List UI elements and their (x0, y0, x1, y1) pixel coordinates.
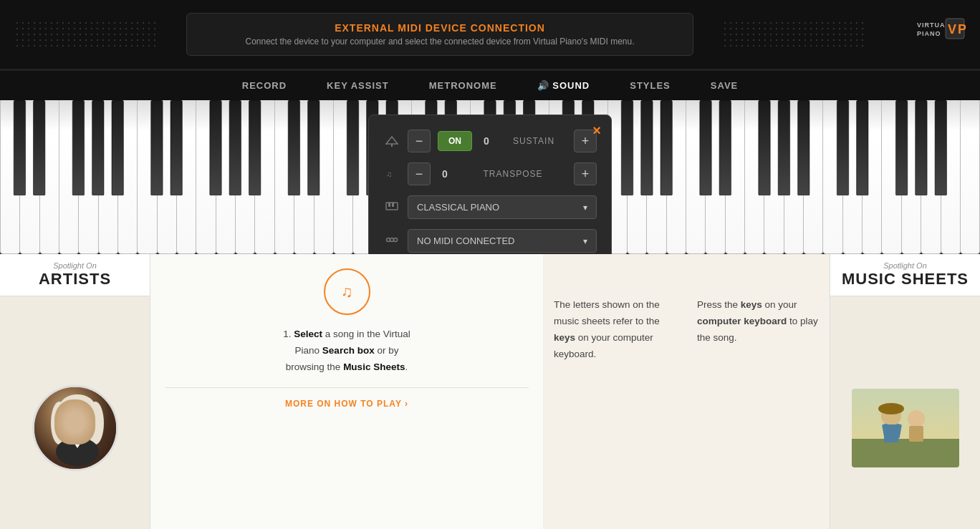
close-button[interactable]: × (592, 122, 601, 139)
col3-mid: on your (762, 299, 797, 310)
spotlight-sheets-on-label: Spotlight On (841, 261, 969, 270)
spotlight-sheets-image[interactable] (830, 296, 980, 529)
transpose-label: TRANSPOSE (459, 169, 567, 179)
step1-number: 1. (283, 329, 294, 339)
nav-save[interactable]: SAVE (705, 77, 744, 94)
white-key[interactable] (686, 100, 706, 254)
white-key[interactable] (118, 100, 138, 254)
white-key[interactable] (882, 100, 901, 254)
white-key[interactable] (294, 100, 314, 254)
instrument-dropdown[interactable]: CLASSICAL PIANO ▾ (408, 195, 597, 219)
midi-dropdown[interactable]: NO MIDI CONNECTED ▾ (408, 229, 597, 253)
svg-text:VP: VP (948, 22, 966, 37)
music-note-icon: ♫ (341, 283, 353, 301)
white-key[interactable] (59, 100, 79, 254)
white-key[interactable] (823, 100, 842, 254)
sustain-toggle[interactable]: ON (438, 131, 472, 151)
nav-sound[interactable]: 🔊 SOUND (532, 77, 596, 94)
logo-text: VIRTUAL PIANO VP (916, 17, 966, 52)
white-key[interactable] (628, 100, 647, 254)
white-key[interactable] (0, 100, 20, 254)
svg-point-53 (81, 413, 85, 416)
nav-metronome[interactable]: METRONOME (423, 77, 503, 94)
how-to-col3: Press the keys on your computer keyboard… (686, 254, 830, 529)
white-key[interactable] (196, 100, 216, 254)
white-key[interactable] (158, 100, 177, 254)
svg-point-51 (63, 400, 92, 432)
white-key[interactable] (255, 100, 274, 254)
midi-selected: NO MIDI CONNECTED (417, 236, 515, 246)
svg-rect-61 (852, 439, 959, 467)
artist-portrait-circle (32, 385, 118, 471)
more-how-to-play[interactable]: MORE ON HOW TO PLAY › (165, 387, 529, 409)
white-key[interactable] (236, 100, 255, 254)
col3-prefix: Press the (697, 299, 741, 310)
pedal-icon-svg (385, 134, 399, 147)
transpose-minus-button[interactable]: − (408, 162, 431, 185)
white-key[interactable] (40, 100, 59, 254)
instrument-icon (383, 200, 400, 215)
white-key[interactable] (863, 100, 882, 254)
white-key[interactable] (921, 100, 941, 254)
svg-point-55 (59, 394, 95, 420)
svg-point-57 (87, 402, 104, 445)
white-key[interactable] (941, 100, 961, 254)
nav-bar: RECORD KEY ASSIST METRONOME 🔊 SOUND STYL… (0, 70, 980, 100)
step1-select: Select (294, 329, 322, 339)
white-key[interactable] (784, 100, 804, 254)
nav-key-assist[interactable]: KEY ASSIST (321, 77, 395, 94)
white-key[interactable] (764, 100, 784, 254)
step1-period: . (405, 361, 408, 372)
white-key[interactable] (843, 100, 863, 254)
white-key[interactable] (20, 100, 39, 254)
white-key[interactable] (902, 100, 921, 254)
svg-text:VIRTUAL: VIRTUAL (917, 21, 950, 29)
white-key[interactable] (314, 100, 334, 254)
more-arrow: › (405, 399, 408, 409)
white-key[interactable] (79, 100, 98, 254)
speaker-icon: 🔊 (537, 80, 549, 91)
white-key[interactable] (177, 100, 196, 254)
spotlight-artists-on-label: Spotlight On (11, 261, 139, 270)
how-to-play-section: ♫ 1. Select a song in the Virtual Piano … (150, 254, 543, 529)
col3-text: Press the keys on your computer keyboard… (697, 297, 819, 346)
artist-portrait-img (34, 387, 116, 469)
nav-styles[interactable]: STYLES (624, 77, 676, 94)
svg-rect-68 (909, 426, 923, 442)
midi-chevron: ▾ (583, 236, 587, 246)
more-link-text[interactable]: MORE ON HOW TO PLAY › (285, 399, 408, 409)
white-key[interactable] (647, 100, 666, 254)
spotlight-artists-image[interactable] (0, 296, 150, 529)
white-key[interactable] (745, 100, 764, 254)
white-key[interactable] (726, 100, 745, 254)
svg-point-67 (908, 410, 925, 427)
transpose-row: ♫ − 0 TRANSPOSE + (383, 162, 597, 185)
nav-record[interactable]: RECORD (236, 77, 292, 94)
sustain-label: SUSTAIN (501, 136, 567, 146)
white-key[interactable] (804, 100, 823, 254)
midi-banner-title: EXTERNAL MIDI DEVICE CONNECTION (216, 22, 664, 34)
white-key[interactable] (667, 100, 686, 254)
transpose-icon-svg: ♫ (385, 167, 399, 180)
svg-point-63 (878, 403, 904, 414)
how-to-col2: The letters shown on the music sheets re… (543, 254, 686, 529)
white-key[interactable] (99, 100, 118, 254)
svg-rect-45 (392, 203, 394, 207)
white-key[interactable] (334, 100, 353, 254)
white-key[interactable] (216, 100, 236, 254)
spotlight-sheets-title: MUSIC SHEETS (841, 270, 969, 288)
transpose-plus-button[interactable]: + (574, 162, 597, 185)
svg-text:♫: ♫ (386, 170, 392, 178)
svg-point-54 (75, 416, 80, 422)
white-key[interactable] (275, 100, 294, 254)
col2-text: The letters shown on the music sheets re… (554, 297, 676, 363)
step1-music: Music Sheets (343, 361, 405, 372)
transpose-icon: ♫ (383, 167, 400, 182)
white-key[interactable] (706, 100, 725, 254)
midi-icon (383, 233, 400, 248)
white-key[interactable] (138, 100, 157, 254)
white-key[interactable] (961, 100, 980, 254)
sustain-minus-button[interactable]: − (408, 130, 431, 152)
step1-searchbox: Search box (322, 345, 375, 356)
transpose-value: 0 (438, 168, 452, 180)
